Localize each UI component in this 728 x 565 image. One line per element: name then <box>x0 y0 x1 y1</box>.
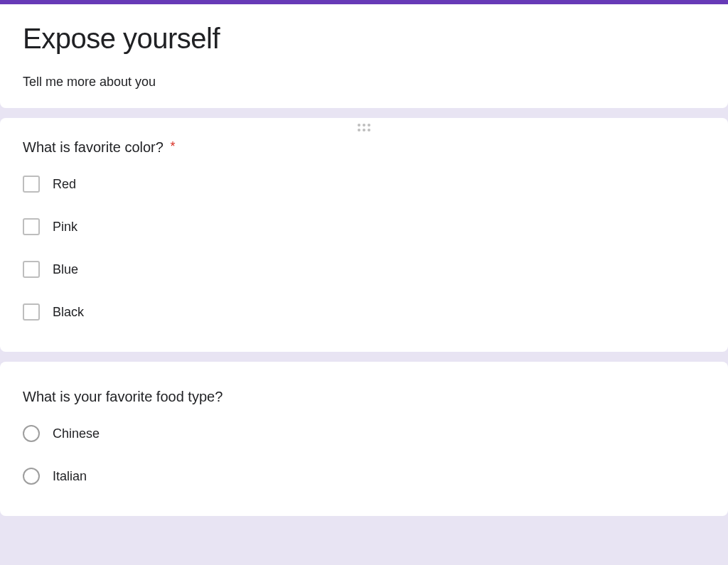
option-label: Red <box>53 177 76 192</box>
checkbox-input[interactable] <box>23 261 40 278</box>
question-title-text: What is your favorite food type? <box>23 389 223 404</box>
option-row[interactable]: Red <box>23 176 708 193</box>
form-header-card: Expose yourself Tell me more about you <box>0 0 728 108</box>
question-card-2: What is your favorite food type? Chinese… <box>0 362 728 516</box>
option-label: Blue <box>53 262 78 277</box>
question-title: What is your favorite food type? <box>23 389 708 405</box>
option-row[interactable]: Blue <box>23 261 708 278</box>
option-label: Pink <box>53 220 77 235</box>
checkbox-input[interactable] <box>23 176 40 193</box>
radio-input[interactable] <box>23 425 40 442</box>
checkbox-input[interactable] <box>23 303 40 321</box>
options-list: Red Pink Blue Black <box>23 176 708 332</box>
question-title-text: What is favorite color? <box>23 139 164 155</box>
option-label: Italian <box>53 469 87 484</box>
radio-input[interactable] <box>23 468 40 485</box>
required-star-icon: * <box>170 139 175 154</box>
option-row[interactable]: Black <box>23 303 708 321</box>
option-row[interactable]: Italian <box>23 468 708 485</box>
option-row[interactable]: Chinese <box>23 425 708 442</box>
option-row[interactable]: Pink <box>23 218 708 235</box>
form-description: Tell me more about you <box>23 75 708 90</box>
option-label: Chinese <box>53 426 100 441</box>
question-card-1: What is favorite color? * Red Pink Blue … <box>0 118 728 352</box>
option-label: Black <box>53 305 84 320</box>
form-container: Expose yourself Tell me more about you W… <box>0 0 728 516</box>
options-list: Chinese Italian <box>23 425 708 496</box>
drag-handle-icon[interactable] <box>358 124 370 131</box>
form-title: Expose yourself <box>23 23 708 55</box>
question-title: What is favorite color? * <box>23 139 708 156</box>
checkbox-input[interactable] <box>23 218 40 235</box>
